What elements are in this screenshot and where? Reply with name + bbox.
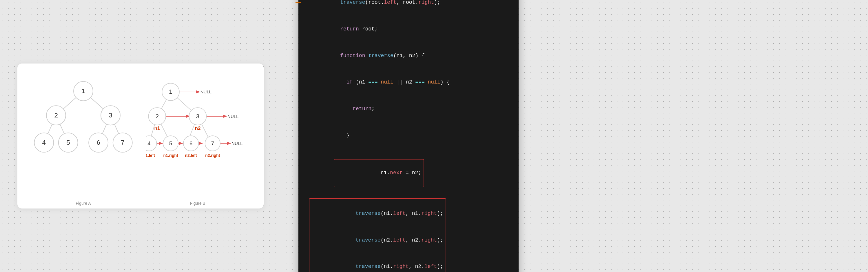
svg-text:n2.left: n2.left <box>185 153 197 158</box>
code-line-9: n1.next = n2; <box>309 150 508 196</box>
svg-text:n1.left: n1.left <box>146 153 155 158</box>
code-line-10: traverse(n1.left, n1.right); <box>312 200 443 227</box>
figure-b-svg: NULL NULL NULL <box>146 75 249 174</box>
connector-svg <box>232 0 301 14</box>
svg-text:3: 3 <box>196 113 199 119</box>
svg-text:4: 4 <box>148 140 150 146</box>
figures-container: 1 2 3 4 5 <box>32 75 249 200</box>
code-block: var connect = function (root) { if (!roo… <box>309 0 508 272</box>
svg-text:n2: n2 <box>195 126 201 131</box>
figure-b-label: Figure B <box>190 201 206 206</box>
figure-a-label: Figure A <box>75 201 91 206</box>
svg-text:2: 2 <box>54 111 58 119</box>
main-layout: 1 2 3 4 5 <box>18 0 850 272</box>
code-line-5: function traverse(n1, n2) { <box>309 42 508 69</box>
svg-text:NULL: NULL <box>200 90 212 94</box>
code-line-3: traverse(root.left, root.right); <box>309 0 508 16</box>
svg-text:6: 6 <box>96 139 100 146</box>
code-line-4: return root; <box>309 16 508 42</box>
svg-text:4: 4 <box>42 139 46 146</box>
svg-text:NULL: NULL <box>231 141 243 146</box>
svg-text:n1: n1 <box>154 126 160 131</box>
svg-text:1: 1 <box>169 88 172 95</box>
svg-text:5: 5 <box>169 140 172 146</box>
svg-text:n2.right: n2.right <box>205 153 220 158</box>
svg-text:NULL: NULL <box>227 114 239 119</box>
figure-b: NULL NULL NULL <box>146 75 249 200</box>
svg-text:n1.right: n1.right <box>163 153 178 158</box>
code-line-12: traverse(n1.right, n2.left); <box>312 253 443 272</box>
svg-text:7: 7 <box>211 140 214 146</box>
svg-text:1: 1 <box>82 87 85 94</box>
code-line-8: } <box>309 122 508 149</box>
figure-a: 1 2 3 4 5 <box>32 75 135 200</box>
code-line-traverse-block: traverse(n1.left, n1.right); traverse(n2… <box>309 198 446 272</box>
code-line-6: if (n1 === null || n2 === null) { <box>309 69 508 96</box>
svg-text:3: 3 <box>108 111 113 119</box>
code-line-11: traverse(n2.left, n2.right); <box>312 227 443 253</box>
svg-text:5: 5 <box>66 139 70 146</box>
svg-text:2: 2 <box>156 113 159 119</box>
code-line-7: return; <box>309 96 508 122</box>
svg-text:7: 7 <box>121 139 125 146</box>
svg-text:6: 6 <box>189 140 192 146</box>
figure-a-svg: 1 2 3 4 5 <box>32 75 135 174</box>
diagram-panel: 1 2 3 4 5 <box>18 63 264 209</box>
code-panel: 注意对应关系 var connect = function (root) { i… <box>299 0 519 272</box>
